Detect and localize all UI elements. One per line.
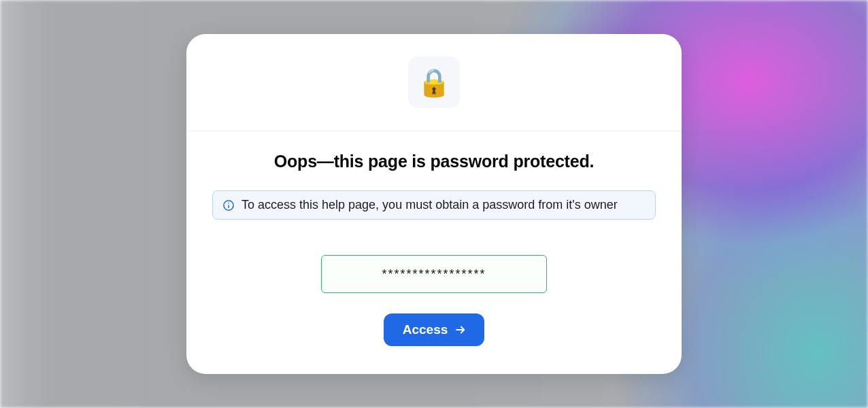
access-button-label: Access bbox=[403, 322, 448, 337]
info-icon bbox=[222, 199, 235, 211]
page-title: Oops—this page is password protected. bbox=[274, 152, 594, 171]
password-input[interactable] bbox=[321, 255, 547, 293]
info-text: To access this help page, you must obtai… bbox=[241, 198, 618, 212]
password-protected-card: 🔒 Oops—this page is password protected. … bbox=[186, 34, 682, 374]
arrow-right-icon bbox=[454, 324, 467, 336]
card-body: Oops—this page is password protected. To… bbox=[186, 131, 682, 374]
lock-tile: 🔒 bbox=[408, 56, 460, 108]
info-banner: To access this help page, you must obtai… bbox=[212, 190, 656, 220]
title-prefix: Oops—this page is bbox=[274, 152, 431, 171]
lock-icon: 🔒 bbox=[417, 69, 451, 96]
access-button[interactable]: Access bbox=[384, 313, 485, 346]
title-bold: password protected. bbox=[431, 152, 595, 171]
svg-point-2 bbox=[228, 202, 229, 203]
card-header: 🔒 bbox=[186, 34, 682, 131]
